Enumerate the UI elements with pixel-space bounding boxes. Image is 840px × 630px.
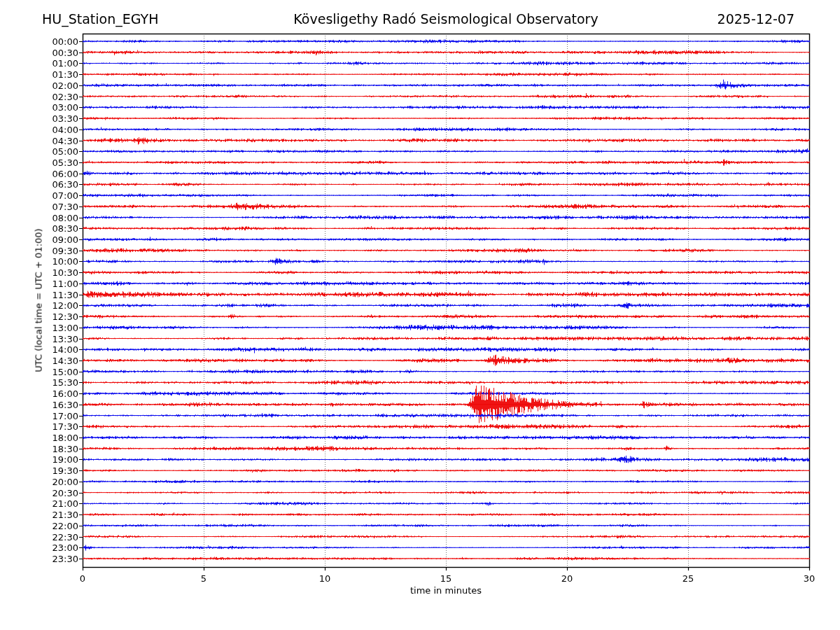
x-tick-label: 10 xyxy=(319,573,331,584)
x-tick-label: 20 xyxy=(561,573,573,584)
y-tick-label: 01:30 xyxy=(52,70,78,79)
y-tick-label: 21:30 xyxy=(52,510,78,519)
y-axis-label: UTC (local time = UTC + 01:00) xyxy=(34,228,44,372)
y-tick-label: 17:00 xyxy=(52,411,78,420)
y-tick-label: 19:00 xyxy=(52,455,78,464)
y-tick-label: 06:00 xyxy=(52,169,78,178)
x-tick-label: 15 xyxy=(440,573,452,584)
y-tick-label: 10:00 xyxy=(52,257,78,266)
y-tick-label: 03:30 xyxy=(52,114,78,123)
y-tick-label: 13:30 xyxy=(52,334,78,343)
x-tick-label: 30 xyxy=(804,573,816,584)
y-tick-label: 13:00 xyxy=(52,323,78,332)
y-tick-label: 22:00 xyxy=(52,521,78,530)
y-tick-label: 20:30 xyxy=(52,488,78,497)
y-tick-label: 18:00 xyxy=(52,433,78,442)
y-tick-label: 21:00 xyxy=(52,499,78,508)
x-tick-label: 25 xyxy=(682,573,694,584)
y-tick-label: 20:00 xyxy=(52,477,78,486)
y-tick-label: 02:30 xyxy=(52,92,78,101)
y-tick-label: 05:30 xyxy=(52,158,78,167)
y-tick-label: 05:00 xyxy=(52,147,78,156)
y-tick-label: 08:30 xyxy=(52,224,78,233)
y-tick-label: 17:30 xyxy=(52,422,78,431)
y-tick-label: 04:00 xyxy=(52,125,78,134)
y-tick-label: 09:30 xyxy=(52,246,78,255)
y-tick-label: 00:00 xyxy=(52,37,78,46)
y-tick-label: 15:00 xyxy=(52,367,78,376)
y-tick-label: 23:00 xyxy=(52,543,78,552)
y-tick-label: 11:30 xyxy=(52,290,78,299)
y-tick-label: 01:00 xyxy=(52,59,78,68)
y-tick-label: 18:30 xyxy=(52,444,78,453)
y-tick-label: 12:00 xyxy=(52,301,78,310)
y-tick-label: 06:30 xyxy=(52,180,78,189)
y-tick-label: 14:00 xyxy=(52,345,78,354)
x-axis-label: time in minutes xyxy=(83,585,809,596)
y-tick-label: 23:30 xyxy=(52,554,78,563)
plot-title: Kövesligethy Radó Seismological Observat… xyxy=(83,11,809,27)
y-tick-label: 10:30 xyxy=(52,268,78,277)
y-tick-label: 11:00 xyxy=(52,279,78,288)
date-label: 2025-12-07 xyxy=(718,11,794,27)
y-tick-label: 00:30 xyxy=(52,48,78,57)
y-tick-label: 04:30 xyxy=(52,136,78,145)
y-tick-label: 12:30 xyxy=(52,312,78,321)
y-tick-label: 02:00 xyxy=(52,80,78,90)
helicorder-figure: HU_Station_EGYH Kövesligethy Radó Seismo… xyxy=(0,0,840,630)
y-tick-label: 08:00 xyxy=(52,213,78,222)
x-tick-label: 5 xyxy=(201,573,206,584)
y-tick-label: 16:30 xyxy=(52,400,78,409)
x-tick-label: 0 xyxy=(80,573,85,584)
y-tick-label: 14:30 xyxy=(52,356,78,365)
y-tick-label: 19:30 xyxy=(52,466,78,475)
y-tick-label: 16:00 xyxy=(52,389,78,398)
y-tick-label: 07:30 xyxy=(52,202,78,211)
y-tick-label: 15:30 xyxy=(52,378,78,387)
y-tick-label: 09:00 xyxy=(52,235,78,244)
y-tick-label: 07:00 xyxy=(52,191,78,200)
y-tick-label: 03:00 xyxy=(52,103,78,112)
y-tick-label: 22:30 xyxy=(52,532,78,541)
helicorder-canvas xyxy=(0,0,840,630)
